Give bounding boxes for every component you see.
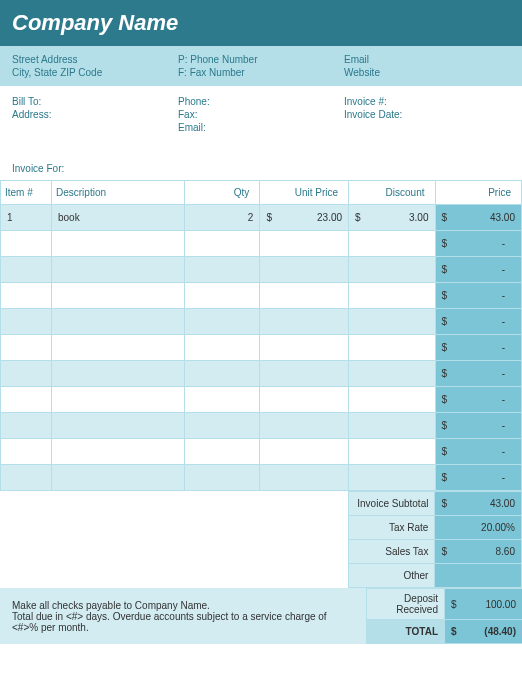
salestax-label: Sales Tax: [348, 540, 435, 564]
cell-disc[interactable]: [349, 361, 435, 387]
deposit-value: $100.00: [445, 589, 523, 620]
cell-item[interactable]: [1, 361, 52, 387]
billto-col-3: Invoice #: Invoice Date:: [344, 94, 510, 135]
contact-band: Street Address City, State ZIP Code P: P…: [0, 46, 522, 86]
billto-col-2: Phone: Fax: Email:: [178, 94, 344, 135]
cell-qty[interactable]: 2: [185, 205, 260, 231]
cell-price: $-: [435, 335, 522, 361]
cell-item[interactable]: [1, 231, 52, 257]
address-label: Address:: [12, 109, 178, 120]
line-items-table: Item # Description Qty Unit Price Discou…: [0, 180, 522, 491]
cell-qty[interactable]: [185, 335, 260, 361]
cell-qty[interactable]: [185, 257, 260, 283]
cell-qty[interactable]: [185, 283, 260, 309]
cell-unit[interactable]: $23.00: [260, 205, 349, 231]
totals-table: Invoice Subtotal $43.00 Tax Rate 20.00% …: [0, 491, 522, 588]
cell-price: $-: [435, 439, 522, 465]
cell-unit[interactable]: [260, 309, 349, 335]
cell-unit[interactable]: [260, 439, 349, 465]
cell-unit[interactable]: [260, 231, 349, 257]
cell-desc[interactable]: [51, 309, 184, 335]
billto-band: Bill To: Address: Phone: Fax: Email: Inv…: [0, 86, 522, 147]
cell-price: $-: [435, 309, 522, 335]
cell-desc[interactable]: book: [51, 205, 184, 231]
cell-unit[interactable]: [260, 361, 349, 387]
taxrate-value: 20.00%: [435, 516, 522, 540]
cell-disc[interactable]: [349, 387, 435, 413]
subtotal-label: Invoice Subtotal: [348, 492, 435, 516]
cell-desc[interactable]: [51, 335, 184, 361]
cell-qty[interactable]: [185, 387, 260, 413]
fax-label: Fax:: [178, 109, 344, 120]
cell-price: $-: [435, 283, 522, 309]
cell-price: $-: [435, 361, 522, 387]
cell-unit[interactable]: [260, 257, 349, 283]
invoice-for-label: Invoice For:: [0, 147, 522, 180]
cell-desc[interactable]: [51, 257, 184, 283]
cell-item[interactable]: 1: [1, 205, 52, 231]
street-address: Street Address: [12, 54, 178, 65]
cell-item[interactable]: [1, 335, 52, 361]
cell-item[interactable]: [1, 413, 52, 439]
cell-unit[interactable]: [260, 387, 349, 413]
cell-disc[interactable]: [349, 231, 435, 257]
cell-desc[interactable]: [51, 387, 184, 413]
total-label: TOTAL: [367, 620, 445, 644]
cell-item[interactable]: [1, 283, 52, 309]
cell-item[interactable]: [1, 465, 52, 491]
other-label: Other: [348, 564, 435, 588]
table-row: $-: [1, 439, 522, 465]
cell-unit[interactable]: [260, 465, 349, 491]
email: Email: [344, 54, 510, 65]
footer-note: Make all checks payable to Company Name.…: [0, 588, 366, 644]
cell-item[interactable]: [1, 439, 52, 465]
cell-desc[interactable]: [51, 465, 184, 491]
invoice-num-label: Invoice #:: [344, 96, 510, 107]
col-item-header: Item #: [1, 181, 52, 205]
city-state-zip: City, State ZIP Code: [12, 67, 178, 78]
table-row: $-: [1, 465, 522, 491]
cell-item[interactable]: [1, 387, 52, 413]
cell-qty[interactable]: [185, 439, 260, 465]
table-row: $-: [1, 283, 522, 309]
phone-number: P: Phone Number: [178, 54, 344, 65]
cell-disc[interactable]: [349, 257, 435, 283]
cell-disc[interactable]: $3.00: [349, 205, 435, 231]
cell-qty[interactable]: [185, 361, 260, 387]
total-value: $(48.40): [445, 620, 523, 644]
cell-qty[interactable]: [185, 231, 260, 257]
cell-disc[interactable]: [349, 309, 435, 335]
phone-label: Phone:: [178, 96, 344, 107]
table-row: $-: [1, 309, 522, 335]
table-row: $-: [1, 413, 522, 439]
cell-disc[interactable]: [349, 335, 435, 361]
col-unit-header: Unit Price: [260, 181, 349, 205]
header-band: Company Name: [0, 0, 522, 46]
cell-disc[interactable]: [349, 283, 435, 309]
cell-desc[interactable]: [51, 283, 184, 309]
cell-desc[interactable]: [51, 413, 184, 439]
cell-unit[interactable]: [260, 413, 349, 439]
cell-disc[interactable]: [349, 413, 435, 439]
cell-desc[interactable]: [51, 361, 184, 387]
cell-qty[interactable]: [185, 465, 260, 491]
company-name: Company Name: [12, 10, 510, 36]
cell-unit[interactable]: [260, 335, 349, 361]
email-label: Email:: [178, 122, 344, 133]
website: Website: [344, 67, 510, 78]
cell-qty[interactable]: [185, 309, 260, 335]
cell-disc[interactable]: [349, 465, 435, 491]
footer-line-1: Make all checks payable to Company Name.: [12, 600, 354, 611]
col-qty-header: Qty: [185, 181, 260, 205]
cell-desc[interactable]: [51, 231, 184, 257]
cell-qty[interactable]: [185, 413, 260, 439]
cell-price: $-: [435, 387, 522, 413]
salestax-value: $8.60: [435, 540, 522, 564]
footer-line-2: Total due in <#> days. Overdue accounts …: [12, 611, 354, 633]
cell-unit[interactable]: [260, 283, 349, 309]
cell-desc[interactable]: [51, 439, 184, 465]
table-row: 1book2$23.00$3.00$43.00: [1, 205, 522, 231]
cell-disc[interactable]: [349, 439, 435, 465]
cell-item[interactable]: [1, 257, 52, 283]
cell-item[interactable]: [1, 309, 52, 335]
